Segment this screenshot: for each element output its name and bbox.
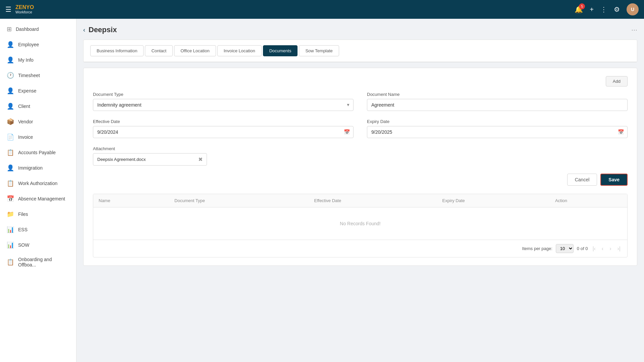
documents-table: NameDocument TypeEffective DateExpiry Da… (93, 194, 628, 257)
logo-text: ZENYO (15, 5, 34, 10)
sidebar-label-dashboard: Dashboard (16, 26, 39, 32)
sidebar-icon-timesheet: 🕐 (7, 72, 14, 79)
sidebar-icon-accounts-payable: 📋 (7, 149, 14, 156)
tab-business-info[interactable]: Business Information (90, 45, 144, 56)
sidebar-item-myinfo[interactable]: 👤My Info (0, 52, 76, 68)
col-header-expiry-date: Expiry Date (437, 194, 550, 207)
content-area: ‹ Deepsix ⋯ Business InformationContactO… (76, 19, 644, 362)
table-body: No Records Found! (93, 207, 627, 240)
sidebar-item-dashboard[interactable]: ⊞Dashboard (0, 21, 76, 37)
effective-date-label: Effective Date (93, 119, 354, 124)
sidebar-label-onboarding: Onboarding and Offboa... (18, 257, 69, 267)
pagination-range: 0 of 0 (577, 246, 588, 251)
sidebar-icon-onboarding: 📋 (7, 258, 14, 266)
back-button[interactable]: ‹ (83, 26, 85, 34)
sidebar-icon-absence-management: 📅 (7, 195, 14, 202)
expiry-date-label: Expiry Date (367, 119, 628, 124)
sidebar-icon-ess: 📊 (7, 226, 14, 233)
sidebar-icon-dashboard: ⊞ (7, 25, 12, 33)
table-header-row: NameDocument TypeEffective DateExpiry Da… (93, 194, 627, 207)
expiry-date-wrap: 📅 (367, 126, 628, 138)
effective-date-input[interactable] (93, 126, 354, 138)
sidebar-icon-expense: 👤 (7, 87, 14, 95)
tab-invoice-location[interactable]: Invoice Location (217, 45, 262, 56)
tab-documents[interactable]: Documents (263, 45, 298, 56)
cancel-button[interactable]: Cancel (567, 174, 597, 186)
sidebar-item-onboarding[interactable]: 📋Onboarding and Offboa... (0, 253, 76, 272)
tabs-bar: Business InformationContactOffice Locati… (84, 40, 637, 62)
sidebar-item-vendor[interactable]: 📦Vendor (0, 114, 76, 129)
sidebar-item-files[interactable]: 📁Files (0, 206, 76, 222)
notification-badge: 5 (579, 3, 585, 9)
sidebar-scroll: ⊞Dashboard👤Employee👤My Info🕐Timesheet👤Ex… (0, 19, 76, 362)
sidebar-item-client[interactable]: 👤Client (0, 99, 76, 114)
sidebar-item-sow[interactable]: 📊SOW (0, 237, 76, 253)
document-name-field: Document Name (367, 92, 628, 111)
sidebar-label-accounts-payable: Accounts Payable (18, 150, 56, 155)
table-head: NameDocument TypeEffective DateExpiry Da… (93, 194, 627, 207)
sidebar-item-work-authorization[interactable]: 📋Work Authorization (0, 176, 76, 191)
sidebar-icon-sow: 📊 (7, 241, 14, 249)
avatar[interactable]: U (627, 3, 639, 15)
form-card: Add Document Type Indemnity agreementNDA… (83, 68, 637, 266)
sidebar-label-absence-management: Absence Management (18, 196, 65, 201)
sidebar-label-immigration: Immigration (18, 165, 43, 171)
document-type-select[interactable]: Indemnity agreementNDAContractOther (93, 99, 354, 111)
sidebar-label-sow: SOW (18, 242, 29, 248)
col-header-action: Action (550, 194, 627, 207)
header-left: ☰ ZENYO Workforce (5, 5, 34, 14)
sidebar-icon-immigration: 👤 (7, 164, 14, 172)
logo-sub: Workforce (15, 10, 34, 14)
sidebar-label-myinfo: My Info (18, 57, 34, 63)
attachment-field-wrap: Attachment Deepsix Agreement.docx ✖ (93, 146, 354, 166)
sidebar-item-absence-management[interactable]: 📅Absence Management (0, 191, 76, 206)
prev-page-button[interactable]: ‹ (600, 245, 605, 252)
page-header: ‹ Deepsix ⋯ (83, 25, 637, 34)
table: NameDocument TypeEffective DateExpiry Da… (93, 194, 627, 240)
no-records-text: No Records Found! (93, 207, 627, 240)
first-page-button[interactable]: |‹ (591, 245, 597, 252)
no-records-row: No Records Found! (93, 207, 627, 240)
settings-icon[interactable]: ⚙ (614, 5, 620, 13)
attachment-clear-icon[interactable]: ✖ (198, 156, 203, 163)
sidebar-icon-employee: 👤 (7, 41, 14, 48)
document-type-label: Document Type (93, 92, 354, 97)
hamburger-icon[interactable]: ☰ (5, 5, 11, 13)
col-header-name: Name (93, 194, 169, 207)
attachment-field: Deepsix Agreement.docx ✖ (93, 153, 207, 166)
tab-office-location[interactable]: Office Location (174, 45, 216, 56)
sidebar-item-immigration[interactable]: 👤Immigration (0, 160, 76, 176)
document-name-input[interactable] (367, 99, 628, 111)
sidebar-item-accounts-payable[interactable]: 📋Accounts Payable (0, 145, 76, 160)
items-per-page-select[interactable]: 102550 (556, 244, 574, 253)
next-page-button[interactable]: › (608, 245, 612, 252)
last-page-button[interactable]: ›| (616, 245, 622, 252)
expiry-date-field: Expiry Date 📅 (367, 119, 628, 138)
sidebar-item-employee[interactable]: 👤Employee (0, 37, 76, 52)
sidebar-icon-work-authorization: 📋 (7, 180, 14, 187)
sidebar-label-timesheet: Timesheet (18, 73, 40, 78)
main-body: ⊞Dashboard👤Employee👤My Info🕐Timesheet👤Ex… (0, 19, 644, 362)
expiry-date-input[interactable] (367, 126, 628, 138)
document-name-label: Document Name (367, 92, 628, 97)
tab-sow-template[interactable]: Sow Template (299, 45, 339, 56)
sidebar-item-expense[interactable]: 👤Expense (0, 83, 76, 99)
effective-date-wrap: 📅 (93, 126, 354, 138)
add-button[interactable]: Add (606, 76, 628, 86)
more-options-icon[interactable]: ⋯ (631, 26, 637, 34)
sidebar-label-expense: Expense (18, 88, 36, 94)
save-button[interactable]: Save (600, 174, 628, 186)
form-grid: Document Type Indemnity agreementNDACont… (93, 92, 628, 166)
add-icon[interactable]: + (590, 6, 594, 13)
header-right: 🔔 5 + ⋮ ⚙ U (575, 3, 639, 15)
col-header-document-type: Document Type (169, 194, 309, 207)
sidebar-item-invoice[interactable]: 📄Invoice (0, 129, 76, 145)
tab-contact[interactable]: Contact (145, 45, 173, 56)
sidebar-label-vendor: Vendor (18, 119, 33, 124)
sidebar-item-ess[interactable]: 📊ESS (0, 222, 76, 237)
sidebar-icon-files: 📁 (7, 210, 14, 218)
sidebar-label-invoice: Invoice (18, 134, 33, 140)
grid-icon[interactable]: ⋮ (600, 5, 607, 13)
notification-bell[interactable]: 🔔 5 (575, 5, 583, 13)
sidebar-item-timesheet[interactable]: 🕐Timesheet (0, 68, 76, 83)
